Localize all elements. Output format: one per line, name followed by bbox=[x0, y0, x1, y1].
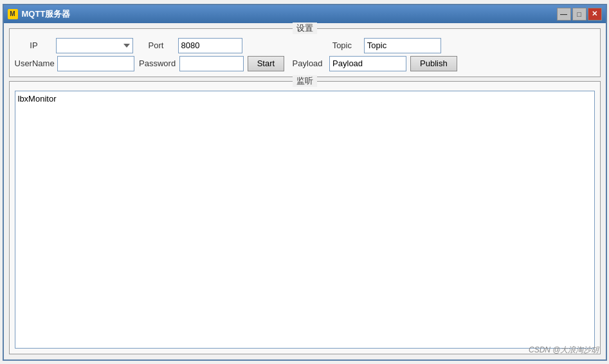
monitor-section: 监听 bbox=[9, 81, 601, 354]
title-controls: — □ ✕ bbox=[557, 8, 602, 21]
settings-rows: IP Port Topic bbox=[15, 38, 595, 71]
username-label: UserName bbox=[15, 59, 55, 68]
port-input[interactable] bbox=[178, 38, 242, 53]
password-input[interactable] bbox=[179, 56, 244, 71]
title-bar-left: M MQTT服务器 bbox=[8, 8, 71, 20]
settings-row-2: UserName Password Start Payload Publish bbox=[15, 56, 595, 71]
publish-button[interactable]: Publish bbox=[410, 56, 457, 71]
payload-group: Payload bbox=[288, 56, 406, 71]
title-bar: M MQTT服务器 — □ ✕ bbox=[4, 5, 606, 23]
settings-section: 设置 IP Port Topic bbox=[9, 28, 601, 77]
password-label: Password bbox=[138, 59, 177, 68]
monitor-textarea[interactable] bbox=[15, 91, 595, 349]
topic-label: Topic bbox=[323, 41, 361, 50]
window-body: 设置 IP Port Topic bbox=[4, 23, 606, 359]
password-group: Password bbox=[138, 56, 244, 71]
username-input[interactable] bbox=[57, 56, 134, 71]
maximize-button[interactable]: □ bbox=[572, 8, 586, 21]
main-window: M MQTT服务器 — □ ✕ 设置 IP bbox=[3, 4, 607, 361]
settings-row-1: IP Port Topic bbox=[15, 38, 595, 53]
ip-label: IP bbox=[15, 41, 53, 50]
start-button[interactable]: Start bbox=[248, 56, 284, 71]
username-group: UserName bbox=[15, 56, 134, 71]
port-label: Port bbox=[137, 41, 176, 50]
ip-select[interactable] bbox=[56, 38, 133, 53]
ip-group: IP bbox=[15, 38, 133, 53]
topic-group: Topic bbox=[323, 38, 441, 53]
watermark: CSDN @大浪淘沙胡 bbox=[529, 345, 599, 356]
app-icon: M bbox=[8, 9, 18, 19]
monitor-title: 监听 bbox=[293, 75, 317, 87]
port-group: Port bbox=[137, 38, 242, 53]
payload-label: Payload bbox=[288, 59, 327, 68]
minimize-button[interactable]: — bbox=[557, 8, 571, 21]
topic-input[interactable] bbox=[364, 38, 441, 53]
payload-input[interactable] bbox=[329, 56, 406, 71]
settings-title: 设置 bbox=[293, 23, 317, 34]
window-title: MQTT服务器 bbox=[22, 8, 71, 20]
close-button[interactable]: ✕ bbox=[588, 8, 602, 21]
